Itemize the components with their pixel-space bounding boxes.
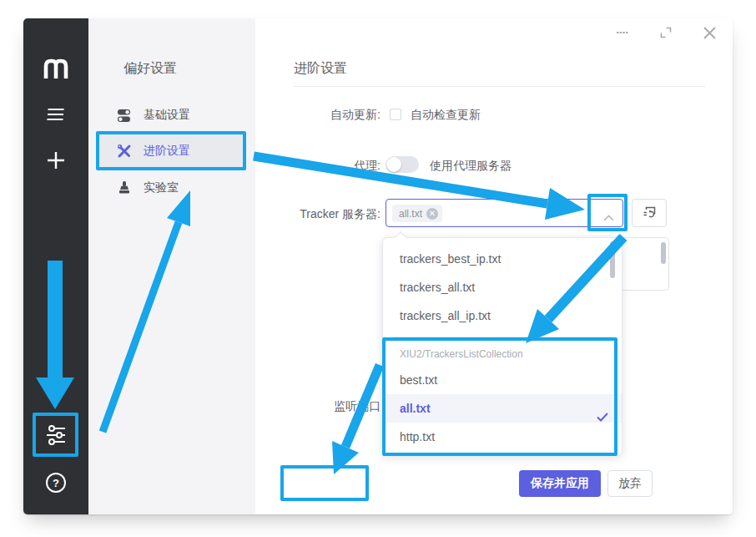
tracker-tag-label: all.txt — [399, 208, 422, 220]
dropdown-item-selected[interactable]: all.txt — [383, 394, 622, 423]
preferences-sliders-icon[interactable] — [23, 423, 88, 448]
nav-item-label: 基础设置 — [144, 108, 190, 123]
page-title: 进阶设置 — [294, 60, 347, 78]
proxy-toggle-label: 使用代理服务器 — [430, 159, 512, 174]
toggle-knob — [386, 157, 401, 172]
nav-item-lab[interactable]: 实验室 — [98, 171, 245, 205]
auto-update-label: 自动更新: — [255, 108, 381, 123]
dropdown-divider — [393, 337, 612, 337]
discard-button[interactable]: 放弃 — [607, 470, 653, 497]
dropdown-item[interactable]: best.txt — [383, 366, 622, 394]
title-divider — [294, 86, 705, 87]
preferences-title: 偏好设置 — [123, 60, 177, 78]
dropdown-scrollbar[interactable] — [610, 241, 615, 278]
dropdown-item-label: all.txt — [400, 402, 431, 415]
close-icon[interactable] — [701, 25, 718, 40]
motrix-logo — [23, 52, 88, 85]
window-controls — [614, 25, 718, 40]
sync-trackers-icon — [643, 205, 657, 221]
svg-text:?: ? — [53, 477, 59, 489]
auto-update-checkbox-label: 自动检查更新 — [411, 108, 481, 123]
proxy-toggle[interactable] — [386, 156, 419, 173]
tracker-source-dropdown: trackers_best_ip.txt trackers_all.txt tr… — [382, 237, 622, 456]
nav-item-basic-settings[interactable]: 基础设置 — [98, 99, 245, 132]
task-list-icon[interactable] — [23, 104, 88, 124]
nav-item-advanced-settings[interactable]: 进阶设置 — [98, 134, 245, 168]
dropdown-item[interactable]: trackers_all.txt — [383, 273, 622, 301]
tracker-server-label: Tracker 服务器: — [255, 207, 381, 222]
stamp-icon — [117, 180, 132, 195]
dropdown-item[interactable]: trackers_best_ip.txt — [383, 245, 622, 273]
maximize-icon[interactable] — [658, 25, 674, 40]
dropdown-item[interactable]: trackers_all_ip.txt — [383, 301, 622, 330]
sync-trackers-button[interactable] — [632, 199, 667, 227]
proxy-label: 代理: — [255, 159, 381, 174]
app-sidebar: ? — [23, 18, 88, 514]
motrix-preferences-window: ? 偏好设置 基础设置 — [23, 18, 733, 514]
dropdown-group-label: XIU2/TrackersListCollection — [383, 342, 622, 366]
minimize-icon[interactable] — [614, 25, 631, 40]
dropdown-item[interactable]: http.txt — [383, 423, 622, 451]
add-task-icon[interactable] — [23, 149, 88, 172]
tracker-server-select[interactable]: all.txt ✕ — [386, 199, 623, 227]
tools-icon — [117, 144, 132, 159]
chevron-up-icon[interactable] — [603, 210, 614, 225]
listen-port-label: 监听端口 — [255, 399, 381, 414]
textarea-scrollbar[interactable] — [661, 242, 666, 264]
auto-update-checkbox[interactable] — [390, 109, 401, 120]
toggles-icon — [117, 108, 132, 123]
nav-item-label: 实验室 — [144, 180, 179, 195]
selected-tracker-tag: all.txt ✕ — [392, 205, 442, 222]
help-icon[interactable]: ? — [23, 470, 88, 495]
screenshot-stage: ? 偏好设置 基础设置 — [0, 0, 756, 537]
preferences-nav-panel: 偏好设置 基础设置 — [88, 18, 255, 514]
nav-item-label: 进阶设置 — [144, 144, 190, 159]
save-and-apply-button[interactable]: 保存并应用 — [519, 470, 601, 497]
tag-close-icon[interactable]: ✕ — [426, 208, 438, 220]
